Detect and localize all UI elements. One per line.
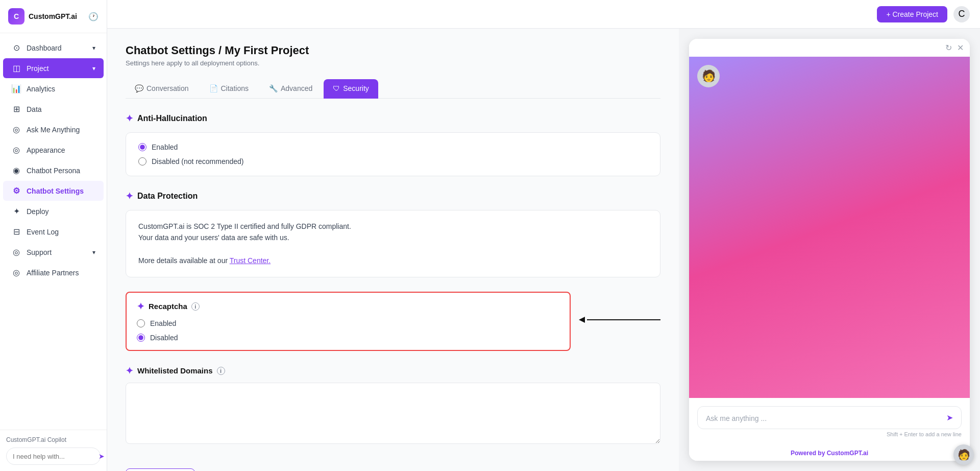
advanced-tab-icon: 🔧 <box>269 84 278 92</box>
tab-conversation[interactable]: 💬 Conversation <box>126 79 198 99</box>
sidebar-item-label: Chatbot Persona <box>27 167 80 175</box>
preview-input-area: Ask me anything ... ➤ Shift + Enter to a… <box>689 398 970 445</box>
save-settings-button[interactable]: Save Settings <box>126 468 195 471</box>
anti-hallucination-enabled[interactable]: Enabled <box>138 143 648 151</box>
tab-security[interactable]: 🛡 Security <box>324 79 378 99</box>
close-icon[interactable]: ✕ <box>957 43 964 53</box>
recaptcha-disabled[interactable]: Disabled <box>137 334 559 342</box>
svg-marker-1 <box>579 317 585 323</box>
chevron-down-icon: ▾ <box>92 65 95 72</box>
recaptcha-box: ✦ Recaptcha i Enabled <box>126 292 571 351</box>
analytics-icon: 📊 <box>11 84 21 93</box>
anti-hallucination-icon: ✦ <box>126 113 133 124</box>
tabs: 💬 Conversation 📄 Citations 🔧 Advanced 🛡 … <box>126 79 660 99</box>
clock-icon[interactable]: 🕐 <box>88 12 99 21</box>
data-protection-icon: ✦ <box>126 191 133 202</box>
data-icon: ⊞ <box>11 104 21 114</box>
sidebar-item-label: Project <box>27 64 49 73</box>
preview-header: ↻ ✕ <box>689 39 970 57</box>
appearance-icon: ◎ <box>11 145 21 155</box>
section-title-text: Data Protection <box>137 192 198 201</box>
preview-hint: Shift + Enter to add a new line <box>697 431 962 437</box>
powered-by: Powered by CustomGPT.ai <box>689 445 970 461</box>
anti-hallucination-radio-group: Enabled Disabled (not recommended) <box>138 143 648 166</box>
tab-label: Citations <box>221 84 249 92</box>
dashboard-icon: ⊙ <box>11 43 21 53</box>
sidebar-item-label: Support <box>27 248 52 256</box>
recaptcha-disabled-radio[interactable] <box>137 334 145 342</box>
recaptcha-disabled-label: Disabled <box>150 334 178 342</box>
anti-hallucination-title: ✦ Anti-Hallucination <box>126 113 660 124</box>
recaptcha-enabled-label: Enabled <box>150 319 176 327</box>
copilot-input[interactable] <box>13 453 99 460</box>
preview-send-icon[interactable]: ➤ <box>946 413 953 422</box>
anti-hallucination-disabled-radio[interactable] <box>138 157 146 166</box>
sidebar-copilot: CustomGPT.ai Copilot ➤ <box>0 430 107 471</box>
preview-input-box: Ask me anything ... ➤ <box>697 406 962 429</box>
bottom-right-avatar[interactable]: 🧑 <box>953 444 974 465</box>
event-log-icon: ⊟ <box>11 227 21 237</box>
sidebar-item-chatbot-settings[interactable]: ⚙ Chatbot Settings <box>3 181 104 201</box>
anti-hallucination-section: ✦ Anti-Hallucination Enabled Disabled (n… <box>126 113 660 176</box>
tab-advanced[interactable]: 🔧 Advanced <box>260 79 322 99</box>
sidebar-item-analytics[interactable]: 📊 Analytics <box>3 79 104 99</box>
sidebar-item-ask-me-anything[interactable]: ◎ Ask Me Anything <box>3 120 104 139</box>
powered-by-brand: CustomGPT.ai <box>827 450 868 457</box>
whitelisted-domains-textarea[interactable] <box>126 383 660 444</box>
recaptcha-title-text: Recaptcha <box>149 302 187 311</box>
sidebar-item-chatbot-persona[interactable]: ◉ Chatbot Persona <box>3 160 104 180</box>
sidebar-item-project[interactable]: ◫ Project ▾ <box>3 58 104 78</box>
sidebar-item-support[interactable]: ◎ Support ▾ <box>3 242 104 262</box>
page-title: Chatbot Settings / My First Project <box>126 44 660 57</box>
citations-tab-icon: 📄 <box>209 84 218 92</box>
logo-icon: C <box>8 8 24 25</box>
section-title-text: Anti-Hallucination <box>137 114 207 123</box>
deploy-icon: ✦ <box>11 206 21 216</box>
chevron-down-icon: ▾ <box>92 249 95 256</box>
sidebar-item-dashboard[interactable]: ⊙ Dashboard ▾ <box>3 38 104 58</box>
anti-hallucination-enabled-radio[interactable] <box>138 143 146 151</box>
sidebar-item-label: Event Log <box>27 228 59 236</box>
trust-center-link[interactable]: Trust Center. <box>230 256 271 265</box>
recaptcha-section: ✦ Recaptcha i Enabled <box>126 292 660 351</box>
persona-icon: ◉ <box>11 166 21 175</box>
tab-label: Conversation <box>146 84 189 92</box>
security-tab-icon: 🛡 <box>333 84 340 92</box>
sidebar-item-appearance[interactable]: ◎ Appearance <box>3 140 104 160</box>
anti-hallucination-disabled[interactable]: Disabled (not recommended) <box>138 157 648 166</box>
preview-chat-area: 🧑 <box>689 57 970 398</box>
sidebar-item-label: Ask Me Anything <box>27 126 80 134</box>
create-project-button[interactable]: + Create Project <box>877 6 947 22</box>
trust-center-prefix: More details available at our <box>138 256 230 265</box>
powered-by-text: Powered by <box>791 450 827 457</box>
sidebar-item-data[interactable]: ⊞ Data <box>3 99 104 119</box>
anti-hallucination-disabled-label: Disabled (not recommended) <box>152 157 244 166</box>
data-protection-title: ✦ Data Protection <box>126 191 660 202</box>
sidebar-item-event-log[interactable]: ⊟ Event Log <box>3 222 104 242</box>
data-protection-description: CustomGPT.ai is SOC 2 Type II certified … <box>138 221 648 267</box>
recaptcha-enabled-radio[interactable] <box>137 319 145 327</box>
page-subtitle: Settings here apply to all deployment op… <box>126 59 660 67</box>
whitelisted-domains-section: ✦ Whitelisted Domains i <box>126 365 660 446</box>
copilot-input-wrapper: ➤ <box>6 448 101 465</box>
whitelisted-info-icon[interactable]: i <box>217 367 225 375</box>
sidebar-item-affiliate-partners[interactable]: ◎ Affiliate Partners <box>3 263 104 282</box>
recaptcha-info-icon[interactable]: i <box>191 302 200 311</box>
topbar-avatar: C <box>953 6 970 22</box>
sidebar-item-label: Deploy <box>27 207 49 216</box>
support-icon: ◎ <box>11 247 21 257</box>
content-area: Chatbot Settings / My First Project Sett… <box>107 29 980 471</box>
tab-label: Advanced <box>281 84 312 92</box>
preview-bot-avatar: 🧑 <box>697 65 720 87</box>
arrow-svg <box>579 315 660 325</box>
tab-citations[interactable]: 📄 Citations <box>200 79 258 99</box>
preview-window: ↻ ✕ 🧑 Ask me anything ... ➤ Shift + Ente… <box>689 39 970 461</box>
recaptcha-enabled[interactable]: Enabled <box>137 319 559 327</box>
main-wrapper: + Create Project C Chatbot Settings / My… <box>107 0 980 471</box>
copilot-send-icon[interactable]: ➤ <box>99 452 105 460</box>
sidebar-item-deploy[interactable]: ✦ Deploy <box>3 201 104 221</box>
sidebar-item-label: Chatbot Settings <box>27 187 84 195</box>
recaptcha-title: ✦ Recaptcha i <box>137 301 559 312</box>
refresh-icon[interactable]: ↻ <box>945 43 952 53</box>
sidebar-logo: C CustomGPT.ai 🕐 <box>0 0 107 33</box>
